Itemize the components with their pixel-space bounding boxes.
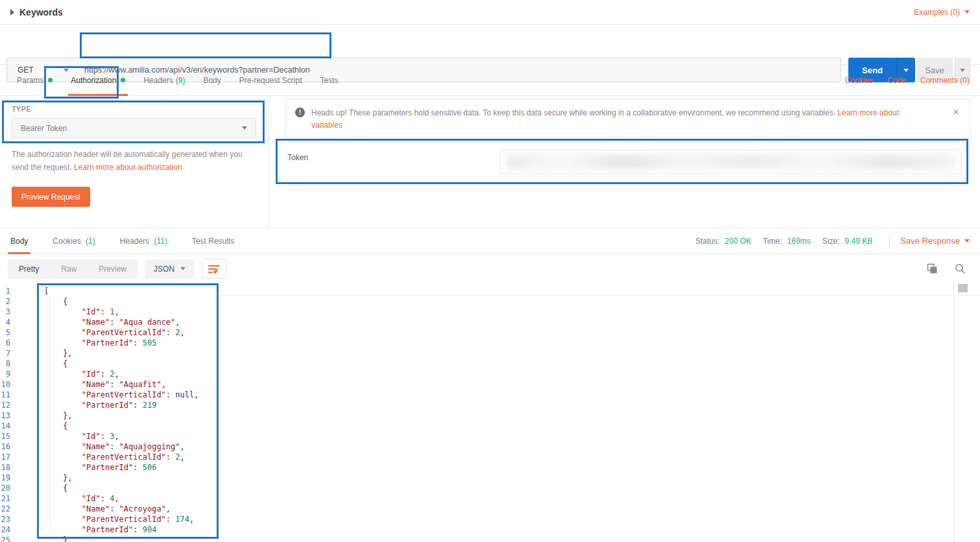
response-tab-headers[interactable]: Headers (11) [117,228,170,254]
line-number: 1 [0,286,10,296]
response-body-editor: 1234567891011121314151617181920212223242… [0,283,980,542]
cookies-link[interactable]: Cookies [845,76,873,85]
code-line: "PartnerId": 505 [44,338,198,348]
tab-params[interactable]: Params [8,65,62,96]
code-line: "Id": 4, [44,493,198,504]
line-number: 12 [0,400,10,410]
line-number: 19 [0,473,10,483]
tab-headers[interactable]: Headers (9) [134,65,194,96]
chevron-down-icon [964,10,970,14]
learn-more-authorization-link[interactable]: Learn more about authorization [74,163,182,172]
tab-body[interactable]: Body [194,65,230,96]
line-number: 8 [0,359,10,369]
status-value: 200 OK [725,237,752,246]
wrap-text-icon [208,264,221,274]
request-title: Keywords [19,7,63,18]
auth-type-select[interactable]: Bearer Token [12,118,256,138]
size-label: Size: [822,237,840,246]
code-line: { [44,483,198,493]
response-tab-body-label: Body [10,237,28,246]
code-line: "ParentVerticalId": 2, [44,452,198,462]
search-icon[interactable] [955,263,966,274]
view-mode-switch: Pretty Raw Preview [8,259,137,279]
line-number: 5 [0,327,10,338]
code-link[interactable]: Code [887,76,906,85]
tab-authorization[interactable]: Authorization [62,65,134,96]
format-select[interactable]: JSON [145,259,194,279]
code-line: "Id": 1, [44,307,198,317]
chevron-down-icon [964,239,970,242]
auth-description: The authorization header will be automat… [12,148,246,174]
preview-request-button[interactable]: Preview Request [12,187,90,207]
code-line: "Name": "Aquafit", [44,379,198,390]
line-number: 21 [0,493,10,504]
code-line: "Name": "Aquajogging", [44,442,198,452]
request-tabs: Params Authorization Headers (9) Body Pr… [0,65,980,96]
sensitive-data-notice: Heads up! These parameters hold sensitiv… [285,99,970,140]
wrap-text-button[interactable] [202,259,226,279]
line-number: 17 [0,452,10,462]
code-line: }, [44,410,198,421]
chevron-down-icon [242,126,247,130]
save-response-dropdown[interactable]: Save Response [900,236,970,246]
line-number: 15 [0,431,10,442]
line-number: 9 [0,369,10,379]
pretty-view-button[interactable]: Pretty [8,259,50,279]
line-number: 13 [0,410,10,421]
line-number: 16 [0,442,10,452]
line-number: 25 [0,535,10,542]
preview-view-button[interactable]: Preview [88,259,137,279]
examples-label: Examples (0) [914,8,960,17]
format-label: JSON [154,265,174,274]
code-line: "Id": 2, [44,369,198,379]
response-tab-cookies[interactable]: Cookies (1) [50,228,97,254]
close-icon[interactable] [953,108,959,117]
code-line: "PartnerId": 219 [44,400,198,410]
tab-headers-count: (9) [176,76,185,85]
line-number: 22 [0,504,10,514]
authorization-panel: TYPE Bearer Token The authorization head… [0,96,980,228]
line-number: 10 [0,379,10,390]
code-line: } [44,535,198,542]
code-line: { [44,296,198,307]
scrollbar-thumb[interactable] [958,284,968,292]
response-tab-headers-count: (11) [154,237,167,246]
examples-dropdown[interactable]: Examples (0) [914,8,970,17]
code-line: }, [44,473,198,483]
response-tab-test-results-label: Test Results [192,237,234,246]
token-label: Token [287,153,308,162]
line-number: 24 [0,524,10,535]
collapse-arrow-icon[interactable] [10,9,14,16]
code-line: "ParentVerticalId": 2, [44,327,198,338]
token-input[interactable] [499,150,962,174]
copy-icon[interactable] [927,263,938,274]
response-line-numbers: 1234567891011121314151617181920212223242… [0,286,10,542]
line-number: 14 [0,421,10,431]
response-tab-cookies-count: (1) [86,237,95,246]
raw-view-button[interactable]: Raw [50,259,88,279]
code-line: "ParentVerticalId": null, [44,390,198,400]
code-line: "ParentVerticalId": 174, [44,514,198,524]
request-url-bar: GET Send Save [0,25,980,65]
response-tab-test-results[interactable]: Test Results [189,228,237,254]
response-tab-headers-label: Headers [120,237,149,246]
tab-tests[interactable]: Tests [311,65,347,96]
redacted-token-value [507,155,955,169]
tab-prerequest-script[interactable]: Pre-request Script [230,65,311,96]
request-header: Keywords Examples (0) [0,0,980,25]
line-number: 18 [0,462,10,473]
code-line: }, [44,348,198,359]
notice-message: Heads up! These parameters hold sensitiv… [311,108,837,117]
tab-params-label: Params [17,76,43,85]
divider [889,235,890,247]
comments-link[interactable]: Comments (0) [920,76,970,85]
response-tab-body[interactable]: Body [8,228,30,254]
code-line: "Name": "Acroyoga", [44,504,198,514]
response-toolbar: Pretty Raw Preview JSON [0,254,980,283]
params-status-dot-icon [48,78,53,82]
line-number: 4 [0,317,10,327]
time-label: Time: [763,237,782,246]
auth-type-value: Bearer Token [21,124,67,133]
code-line: { [44,421,198,431]
response-tab-cookies-label: Cookies [53,237,80,246]
